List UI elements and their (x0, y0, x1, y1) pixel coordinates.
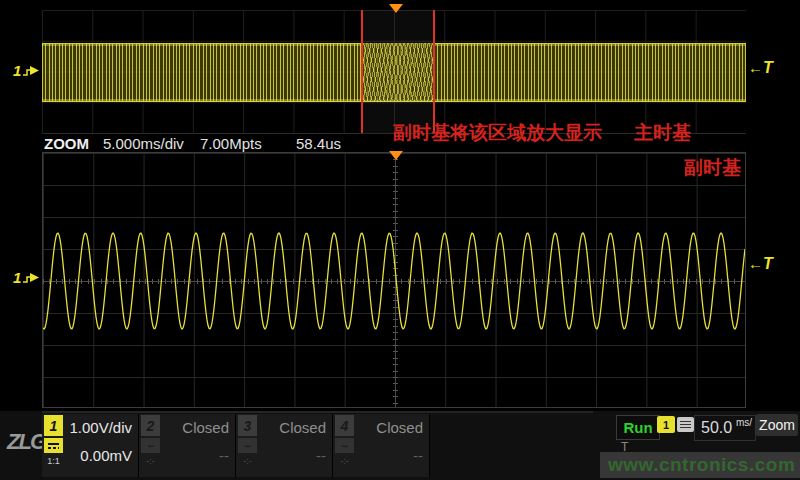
dc-coupling-icon[interactable] (44, 438, 63, 453)
trigger-level-marker-main[interactable]: ←T (748, 59, 773, 77)
channel-4-badge[interactable]: 4 (335, 415, 354, 436)
trigger-t-label: T (763, 255, 773, 272)
zoom-timebase-panel: 副时基 (42, 152, 746, 408)
zoom-mode-button[interactable]: Zoom (756, 414, 798, 436)
zoom-timebase-readout: 5.000ms/div (103, 135, 184, 152)
channel-1-level-marker-zoom[interactable]: 1 (13, 269, 40, 286)
status-bar-divider (42, 411, 593, 413)
channel-3-status: Closed (279, 419, 326, 436)
zoom-readout-row: ZOOM 5.000ms/div 7.00Mpts 58.4us (0, 135, 800, 152)
main-timebase-value: 50.0 (701, 419, 732, 437)
channel-2-badge[interactable]: 2 (141, 415, 160, 436)
channel-2-coupling-icon[interactable]: − (141, 438, 160, 453)
channel-readouts: 1 1:1 1.00V/div 0.00mV 2 − -:- Closed (42, 414, 430, 477)
ground-arrow-icon (22, 64, 40, 78)
channel-3-badge[interactable]: 3 (238, 415, 257, 436)
main-timebase-button[interactable]: 50.0 ms/ (694, 415, 756, 441)
watermark-band: www.cntronics.com (600, 452, 800, 478)
channel-2-block[interactable]: 2 − -:- Closed -- (139, 414, 235, 477)
display-mode-icon[interactable] (677, 417, 694, 432)
zoom-window-region[interactable] (361, 10, 435, 133)
main-timebase-unit: ms/ (736, 417, 752, 428)
trigger-t-label: T (763, 59, 773, 76)
channel-4-probe-ratio: -:- (335, 456, 354, 466)
channel-1-offset: 0.00mV (80, 447, 132, 464)
left-arrow-icon: ← (748, 255, 763, 272)
zoom-label: ZOOM (44, 135, 89, 152)
zoom-timebase-label: 副时基 (684, 155, 741, 181)
oscilloscope-screen: 副时基将该区域放大显示主时基 1 ←T ZOOM 5.000ms/div 7.0… (0, 0, 800, 480)
trigger-position-marker-main[interactable] (389, 4, 403, 13)
ground-arrow-icon (22, 271, 40, 285)
status-bar: ZLG® 1 1:1 1.00V/div 0.00mV 2 − - (0, 411, 800, 480)
channel-4-coupling-icon[interactable]: − (335, 438, 354, 453)
channel-3-block[interactable]: 3 − -:- Closed -- (236, 414, 332, 477)
run-status-button[interactable]: Run (616, 415, 660, 440)
active-channel-badge[interactable]: 1 (657, 416, 675, 433)
channel-2-status: Closed (182, 419, 229, 436)
channel-1-level-marker-main[interactable]: 1 (13, 62, 40, 79)
channel-1-badge[interactable]: 1 (44, 415, 63, 436)
channel-3-coupling-icon[interactable]: − (238, 438, 257, 453)
channel-4-block[interactable]: 4 − -:- Closed -- (333, 414, 429, 477)
zoom-window-waveform (363, 43, 433, 100)
channel-4-offset: -- (413, 447, 423, 464)
watermark-text: www.cntronics.com (608, 454, 795, 476)
trigger-level-marker-zoom[interactable]: ←T (748, 255, 773, 273)
channel-1-block[interactable]: 1 1:1 1.00V/div 0.00mV (42, 414, 138, 477)
channel-2-offset: -- (219, 447, 229, 464)
trigger-position-marker-zoom[interactable] (389, 151, 403, 160)
channel-1-marker-label: 1 (13, 62, 21, 79)
channel-3-offset: -- (316, 447, 326, 464)
channel-1-marker-label: 1 (13, 269, 21, 286)
channel-1-scale: 1.00V/div (69, 419, 132, 436)
channel-4-status: Closed (376, 419, 423, 436)
delay-readout: 58.4us (296, 135, 341, 152)
zoom-waveform-trace (43, 153, 745, 407)
left-arrow-icon: ← (748, 59, 763, 76)
channel-3-probe-ratio: -:- (238, 456, 257, 466)
channel-2-probe-ratio: -:- (141, 456, 160, 466)
channel-1-probe-ratio: 1:1 (44, 456, 63, 466)
memory-depth-readout: 7.00Mpts (200, 135, 262, 152)
main-timebase-panel: 副时基将该区域放大显示主时基 (42, 10, 746, 134)
